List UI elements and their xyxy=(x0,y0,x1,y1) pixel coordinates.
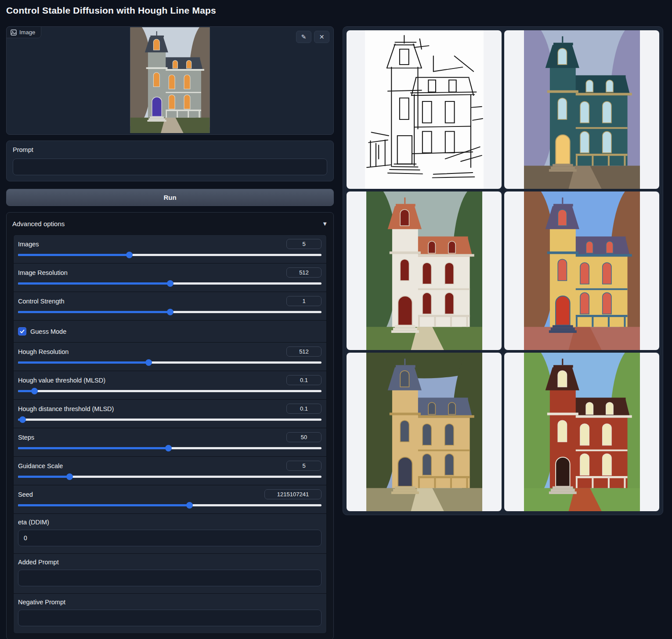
slider-thumb[interactable] xyxy=(19,416,26,423)
uploaded-image xyxy=(130,27,210,133)
x-icon: ✕ xyxy=(319,33,325,40)
image-resolution-slider[interactable] xyxy=(18,282,322,285)
page-title: Control Stable Diffusion with Hough Line… xyxy=(6,5,216,16)
slider-thumb[interactable] xyxy=(126,252,133,258)
gallery-item-generated-house-teal[interactable] xyxy=(504,30,659,189)
guidance-scale-value-input[interactable]: 5 xyxy=(286,461,322,471)
slider-thumb[interactable] xyxy=(31,388,38,394)
control-strength-value-input[interactable]: 1 xyxy=(286,296,322,306)
guess-mode-checkbox[interactable] xyxy=(18,327,26,336)
hough-value-threshold-mlsd-value-input[interactable]: 0.1 xyxy=(286,375,322,385)
image-input-label: Image xyxy=(6,26,41,38)
images-value-input[interactable]: 5 xyxy=(286,239,322,249)
guidance-scale-slider[interactable] xyxy=(18,476,322,478)
slider-thumb[interactable] xyxy=(145,359,152,366)
prompt-input[interactable] xyxy=(13,159,327,175)
slider-fill xyxy=(18,282,170,285)
advanced-options-label: Advanced options xyxy=(12,220,65,227)
steps-value-input[interactable]: 50 xyxy=(286,432,322,442)
slider-thumb[interactable] xyxy=(186,502,193,509)
negative-prompt-input[interactable] xyxy=(18,610,322,626)
slider-label: Hough Resolution xyxy=(18,348,69,355)
added-prompt-input[interactable] xyxy=(18,570,322,586)
hough-distance-threshold-mlsd-slider[interactable] xyxy=(18,419,322,421)
gallery-item-generated-house-white[interactable] xyxy=(347,191,502,350)
hough-resolution-value-input[interactable]: 512 xyxy=(286,347,322,357)
textbox-row-negative-prompt: Negative Prompt xyxy=(14,593,326,633)
pencil-icon: ✎ xyxy=(301,33,307,40)
slider-thumb[interactable] xyxy=(167,280,173,287)
gallery-item-hough-line-map[interactable] xyxy=(347,30,502,189)
slider-thumb[interactable] xyxy=(66,473,73,480)
hough-value-threshold-mlsd-slider[interactable] xyxy=(18,390,322,392)
slider-row-images: Images 5 xyxy=(14,235,326,263)
image-input-block[interactable]: Image ✎ ✕ xyxy=(6,26,334,135)
clear-image-button[interactable]: ✕ xyxy=(314,31,329,43)
image-icon xyxy=(11,29,17,36)
slider-label: Images xyxy=(18,241,39,248)
seed-value-input[interactable]: 1215107241 xyxy=(264,489,322,499)
slider-row-hough-resolution: Hough Resolution 512 xyxy=(14,342,326,371)
textbox-label: eta (DDIM) xyxy=(18,519,322,526)
prompt-label: Prompt xyxy=(13,146,33,153)
seed-slider[interactable] xyxy=(18,504,322,506)
slider-label: Hough value threshold (MLSD) xyxy=(18,377,105,384)
gallery-item-generated-house-gold[interactable] xyxy=(347,353,502,511)
chevron-down-icon: ▼ xyxy=(322,220,328,227)
check-icon xyxy=(19,329,25,334)
slider-row-steps: Steps 50 xyxy=(14,428,326,456)
result-gallery xyxy=(343,26,663,515)
slider-thumb[interactable] xyxy=(167,309,173,315)
gallery-item-generated-house-yellow[interactable] xyxy=(504,191,659,350)
slider-row-hough-distance-threshold-mlsd: Hough distance threshold (MLSD) 0.1 xyxy=(14,399,326,428)
checkbox-label: Guess Mode xyxy=(30,328,66,335)
steps-slider[interactable] xyxy=(18,447,322,449)
slider-label: Seed xyxy=(18,491,33,498)
textbox-row-eta-ddim: eta (DDIM) 0 xyxy=(14,513,326,553)
slider-row-control-strength: Control Strength 1 xyxy=(14,292,326,320)
advanced-options-header[interactable]: Advanced options ▼ xyxy=(7,213,333,235)
slider-fill xyxy=(18,254,129,256)
slider-label: Image Resolution xyxy=(18,269,68,276)
hough-distance-threshold-mlsd-value-input[interactable]: 0.1 xyxy=(286,404,322,414)
eta-ddim-input[interactable]: 0 xyxy=(18,530,322,546)
edit-image-button[interactable]: ✎ xyxy=(296,31,311,43)
advanced-options-form: Images 5 Image Resolution 512 Control St… xyxy=(13,235,327,634)
slider-fill xyxy=(18,311,170,313)
textbox-label: Negative Prompt xyxy=(18,599,322,606)
slider-label: Guidance Scale xyxy=(18,462,63,469)
slider-row-seed: Seed 1215107241 xyxy=(14,485,326,513)
checkbox-row-guess-mode: Guess Mode xyxy=(14,320,326,342)
gallery-item-generated-house-brick[interactable] xyxy=(504,353,659,511)
slider-label: Control Strength xyxy=(18,298,65,305)
textbox-label: Added Prompt xyxy=(18,559,322,566)
app-root: Control Stable Diffusion with Hough Line… xyxy=(0,0,672,639)
slider-fill xyxy=(18,361,148,364)
advanced-options-accordion: Advanced options ▼ Images 5 Image Resolu… xyxy=(6,212,334,639)
slider-row-hough-value-threshold-mlsd: Hough value threshold (MLSD) 0.1 xyxy=(14,371,326,399)
hough-resolution-slider[interactable] xyxy=(18,361,322,364)
slider-fill xyxy=(18,504,189,506)
slider-row-image-resolution: Image Resolution 512 xyxy=(14,263,326,292)
image-resolution-value-input[interactable]: 512 xyxy=(286,267,322,278)
slider-fill xyxy=(18,476,69,478)
slider-row-guidance-scale: Guidance Scale 5 xyxy=(14,456,326,485)
slider-label: Hough distance threshold (MLSD) xyxy=(18,405,114,412)
textbox-row-added-prompt: Added Prompt xyxy=(14,553,326,593)
images-slider[interactable] xyxy=(18,254,322,256)
run-button[interactable]: Run xyxy=(6,189,334,206)
control-strength-slider[interactable] xyxy=(18,311,322,313)
slider-thumb[interactable] xyxy=(165,445,172,451)
prompt-block: Prompt xyxy=(6,141,334,181)
slider-fill xyxy=(18,447,168,449)
slider-label: Steps xyxy=(18,434,34,441)
